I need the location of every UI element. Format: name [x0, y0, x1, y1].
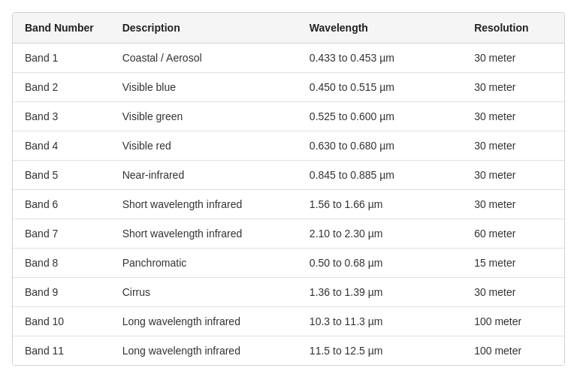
band-cell: Band 3 — [13, 102, 110, 131]
resolution-cell: 30 meter — [462, 161, 564, 190]
description-cell: Long wavelength infrared — [110, 336, 298, 366]
band-cell: Band 6 — [13, 190, 110, 219]
wavelength-cell: 0.450 to 0.515 µm — [298, 73, 462, 102]
table-row: Band 2Visible blue0.450 to 0.515 µm30 me… — [13, 73, 564, 102]
band-cell: Band 9 — [13, 278, 110, 307]
resolution-cell: 30 meter — [462, 102, 564, 131]
description-cell: Long wavelength infrared — [110, 307, 298, 336]
wavelength-cell: 0.845 to 0.885 µm — [298, 161, 462, 190]
header-description: Description — [110, 13, 298, 44]
description-cell: Panchromatic — [110, 249, 298, 278]
description-cell: Near-infrared — [110, 161, 298, 190]
description-cell: Short wavelength infrared — [110, 219, 298, 249]
description-cell: Short wavelength infrared — [110, 190, 298, 219]
wavelength-cell: 0.50 to 0.68 µm — [298, 249, 462, 278]
table-row: Band 7Short wavelength infrared2.10 to 2… — [13, 219, 564, 249]
table-row: Band 5Near-infrared0.845 to 0.885 µm30 m… — [13, 161, 564, 190]
table-row: Band 8Panchromatic0.50 to 0.68 µm15 mete… — [13, 249, 564, 278]
band-cell: Band 11 — [13, 336, 110, 366]
header-resolution: Resolution — [462, 13, 564, 44]
description-cell: Visible red — [110, 131, 298, 161]
table-row: Band 4Visible red0.630 to 0.680 µm30 met… — [13, 131, 564, 161]
wavelength-cell: 1.36 to 1.39 µm — [298, 278, 462, 307]
band-cell: Band 10 — [13, 307, 110, 336]
wavelength-cell: 2.10 to 2.30 µm — [298, 219, 462, 249]
wavelength-cell: 0.525 to 0.600 µm — [298, 102, 462, 131]
table-row: Band 9Cirrus1.36 to 1.39 µm30 meter — [13, 278, 564, 307]
table-header-row: Band Number Description Wavelength Resol… — [13, 13, 564, 44]
table-body: Band 1Coastal / Aerosol0.433 to 0.453 µm… — [13, 44, 564, 366]
wavelength-cell: 11.5 to 12.5 µm — [298, 336, 462, 366]
description-cell: Visible green — [110, 102, 298, 131]
resolution-cell: 100 meter — [462, 336, 564, 366]
description-cell: Cirrus — [110, 278, 298, 307]
description-cell: Coastal / Aerosol — [110, 44, 298, 73]
band-cell: Band 5 — [13, 161, 110, 190]
table-row: Band 3Visible green0.525 to 0.600 µm30 m… — [13, 102, 564, 131]
wavelength-cell: 0.433 to 0.453 µm — [298, 44, 462, 73]
resolution-cell: 30 meter — [462, 73, 564, 102]
band-cell: Band 4 — [13, 131, 110, 161]
resolution-cell: 30 meter — [462, 278, 564, 307]
wavelength-cell: 1.56 to 1.66 µm — [298, 190, 462, 219]
resolution-cell: 30 meter — [462, 131, 564, 161]
table-row: Band 1Coastal / Aerosol0.433 to 0.453 µm… — [13, 44, 564, 73]
description-cell: Visible blue — [110, 73, 298, 102]
wavelength-cell: 0.630 to 0.680 µm — [298, 131, 462, 161]
table-row: Band 10Long wavelength infrared10.3 to 1… — [13, 307, 564, 336]
band-table-container: Band Number Description Wavelength Resol… — [12, 12, 565, 366]
band-cell: Band 8 — [13, 249, 110, 278]
band-table: Band Number Description Wavelength Resol… — [13, 13, 564, 365]
resolution-cell: 15 meter — [462, 249, 564, 278]
resolution-cell: 100 meter — [462, 307, 564, 336]
table-row: Band 6Short wavelength infrared1.56 to 1… — [13, 190, 564, 219]
resolution-cell: 30 meter — [462, 44, 564, 73]
resolution-cell: 60 meter — [462, 219, 564, 249]
band-cell: Band 1 — [13, 44, 110, 73]
wavelength-cell: 10.3 to 11.3 µm — [298, 307, 462, 336]
resolution-cell: 30 meter — [462, 190, 564, 219]
band-cell: Band 7 — [13, 219, 110, 249]
header-band-number: Band Number — [13, 13, 110, 44]
table-row: Band 11Long wavelength infrared11.5 to 1… — [13, 336, 564, 366]
header-wavelength: Wavelength — [298, 13, 462, 44]
band-cell: Band 2 — [13, 73, 110, 102]
